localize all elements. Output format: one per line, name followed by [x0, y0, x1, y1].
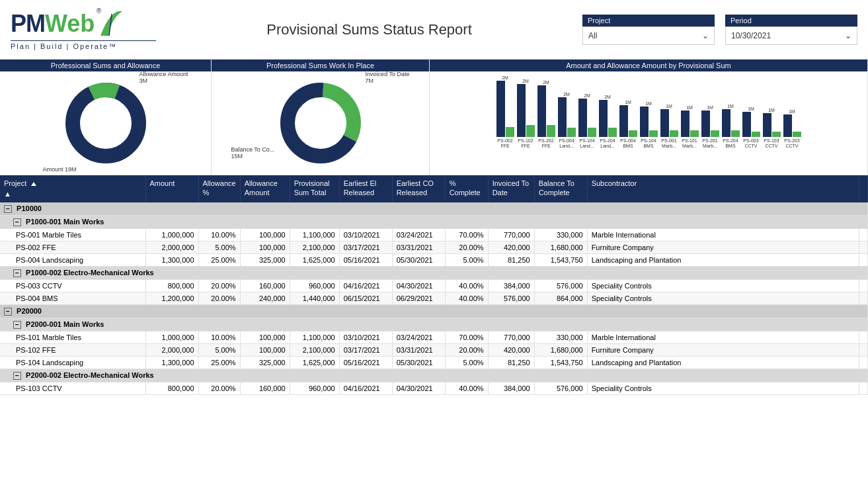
cell-invoiced: 770,000 [488, 228, 534, 241]
period-chevron-icon: ⌄ [845, 31, 851, 40]
chart3-body: 2MPS-002 FFE2MPS-102 FFE2MPS-202 FFE2MPS… [430, 71, 867, 175]
bar-group: 1MPS-201 Marb... [701, 105, 719, 150]
project-filter-select[interactable]: All ⌄ [582, 26, 715, 45]
cell-complete: 20.00% [445, 343, 488, 356]
project-filter-value: All [588, 31, 597, 40]
table-row: PS-101 Marble Tiles 1,000,000 10.00% 100… [0, 331, 868, 343]
bar-green [526, 125, 535, 137]
col-header-allowance-pct[interactable]: Allowance % [198, 175, 240, 202]
charts-section: Professional Sums and Allowance Allowanc… [0, 60, 868, 175]
cell-allow-pct: 20.00% [198, 292, 240, 304]
cell-scrollbar [859, 356, 868, 369]
cell-earliest-co: 04/30/2021 [392, 279, 445, 292]
chart2-label-invoiced: Invoiced To Date7M [366, 71, 410, 84]
cell-subcontractor: Marble International [587, 331, 859, 343]
cell-subcontractor: Furniture Company [587, 241, 859, 253]
bar-pair [619, 105, 637, 137]
cell-amount: 800,000 [145, 382, 198, 394]
data-table: Project ▲ Amount Allowance % Allowance A… [0, 175, 868, 395]
col-header-complete[interactable]: % Complete [445, 175, 488, 202]
table-row: PS-104 Landscaping 1,300,000 25.00% 325,… [0, 356, 868, 369]
cell-ps-total: 1,100,000 [290, 331, 339, 343]
bar-label: PS-204 Land... [598, 138, 617, 150]
cell-balance: 1,543,750 [534, 356, 587, 369]
cell-invoiced: 81,250 [488, 356, 534, 369]
cell-amount: 1,300,000 [145, 253, 198, 266]
donut-svg-1 [63, 80, 149, 166]
bar-pair [660, 109, 678, 137]
col-header-earliest-el[interactable]: Earliest El Released [339, 175, 392, 202]
cell-ps-total: 2,100,000 [290, 343, 339, 356]
bar-dark [763, 113, 771, 137]
cell-scrollbar [859, 292, 868, 304]
collapse-subproject-icon[interactable]: − [13, 372, 21, 380]
cell-earliest-el: 04/16/2021 [339, 382, 392, 394]
bar-green [711, 130, 719, 137]
cell-allow-amt: 100,000 [240, 343, 290, 356]
cell-project: PS-103 CCTV [0, 382, 145, 394]
cell-earliest-co: 03/24/2021 [392, 228, 445, 241]
subproject-row-label: − P1000-001 Main Works [0, 215, 868, 228]
header: PM Web ® Plan | Build | Operate™ Provisi… [0, 0, 868, 60]
cell-scrollbar [859, 343, 868, 356]
bar-dark [742, 112, 751, 137]
sort-icon-project [31, 182, 36, 186]
bar-dark [599, 100, 608, 137]
bar-group: 2MPS-002 FFE [496, 75, 514, 150]
logo-web-green: Web [45, 10, 95, 37]
cell-allow-pct: 25.00% [198, 253, 240, 266]
bar-dark [537, 85, 546, 137]
col-header-balance[interactable]: Balance To Complete [534, 175, 587, 202]
cell-project: PS-001 Marble Tiles [0, 228, 145, 241]
scrollbar-col [859, 175, 868, 202]
project-filter-label: Project [582, 15, 715, 26]
col-header-project[interactable]: Project ▲ [0, 175, 145, 202]
logo-area: PM Web ® Plan | Build | Operate™ [11, 9, 156, 50]
bar-green [670, 130, 678, 137]
table-body: − P10000 − P1000-001 Main Works PS-001 M… [0, 202, 868, 395]
col-header-amount[interactable]: Amount [145, 175, 198, 202]
cell-invoiced: 770,000 [488, 331, 534, 343]
bar-group: 2MPS-202 FFE [537, 80, 555, 150]
project-filter: Project All ⌄ [582, 15, 715, 45]
cell-scrollbar [859, 241, 868, 253]
chart2-body: Invoiced To Date7M Balance To Co...15M [212, 71, 429, 175]
logo-pm: PM [11, 10, 45, 38]
cell-invoiced: 420,000 [488, 343, 534, 356]
tagline: Plan | Build | Operate™ [11, 40, 156, 50]
col-header-earliest-co[interactable]: Earliest CO Released [392, 175, 445, 202]
donut-chart-1: Allowance Amount3M Amount 19M [63, 80, 149, 166]
collapse-subproject-icon[interactable]: − [13, 321, 21, 329]
col-header-invoiced[interactable]: Invoiced To Date [488, 175, 534, 202]
subproject-row-label: − P2000-002 Electro-Mechanical Works [0, 369, 868, 382]
collapse-subproject-icon[interactable]: − [13, 269, 21, 277]
bar-dark [558, 97, 567, 137]
bar-group: 1MPS-101 Marb... [680, 105, 699, 150]
chart-panel-1: Professional Sums and Allowance Allowanc… [0, 60, 212, 175]
bar-dark [701, 110, 710, 137]
table-section: Project ▲ Amount Allowance % Allowance A… [0, 175, 868, 483]
collapse-icon[interactable]: − [4, 205, 12, 213]
col-header-allowance-amt[interactable]: Allowance Amount [240, 175, 290, 202]
col-header-ps-total[interactable]: Provisional Sum Total [290, 175, 339, 202]
bar-dark [496, 81, 505, 137]
cell-subcontractor: Landscaping and Plantation [587, 356, 859, 369]
cell-earliest-el: 03/17/2021 [339, 343, 392, 356]
bar-group: 2MPS-004 Land... [557, 92, 576, 150]
period-filter-select[interactable]: 10/30/2021 ⌄ [725, 26, 857, 45]
cell-balance: 576,000 [534, 279, 587, 292]
collapse-subproject-icon[interactable]: − [13, 218, 21, 226]
col-header-subcontractor[interactable]: Subcontractor [587, 175, 859, 202]
cell-complete: 70.00% [445, 228, 488, 241]
bar-label: PS-004 BMS [619, 138, 637, 150]
bar-green [772, 132, 781, 137]
bar-green [690, 130, 699, 137]
report-title: Provisional Sums Status Report [156, 21, 582, 38]
project-row-label: − P20000 [0, 304, 868, 318]
cell-earliest-el: 04/16/2021 [339, 279, 392, 292]
cell-earliest-el: 03/10/2021 [339, 228, 392, 241]
collapse-icon[interactable]: − [4, 308, 12, 316]
cell-amount: 1,000,000 [145, 228, 198, 241]
donut-svg-2 [278, 80, 364, 166]
cell-complete: 40.00% [445, 279, 488, 292]
